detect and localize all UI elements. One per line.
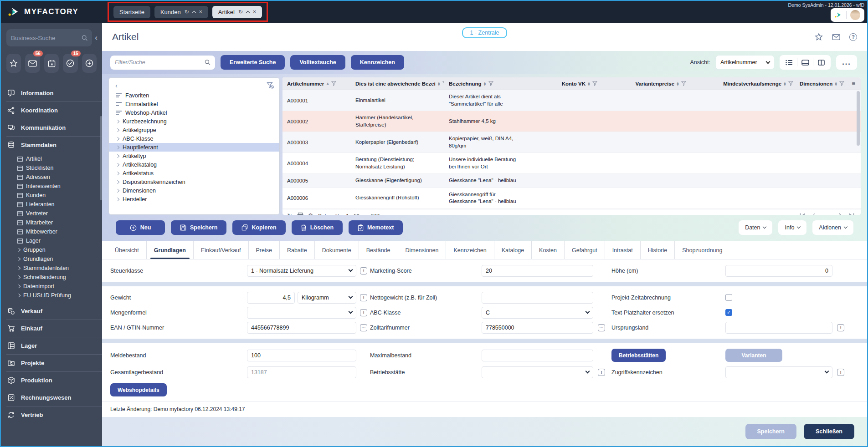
calendar-button[interactable]	[44, 54, 59, 73]
window-tab-kunden[interactable]: Kunden ↻ ×	[154, 6, 208, 18]
tab-gefahrgut[interactable]: Gefahrgut	[565, 241, 605, 259]
sort-icon[interactable]: ▲▼	[483, 81, 487, 86]
sidebar-item-lager[interactable]: Lager	[1, 337, 102, 354]
column-header-variantenpreise[interactable]: Variantenpreise▲▼	[599, 77, 688, 90]
sidebar-item-mitarbeiter[interactable]: Mitarbeiter	[1, 218, 102, 227]
mengenformel-select[interactable]	[247, 307, 356, 319]
sidebar-item-projekte[interactable]: Projekte	[1, 355, 102, 371]
business-search[interactable]	[6, 29, 92, 46]
info-icon[interactable]: !	[360, 309, 367, 316]
gewicht-einheit-select[interactable]: Kilogramm	[298, 292, 356, 304]
user-menu[interactable]	[831, 8, 864, 22]
sidebar-item-vertrieb[interactable]: Vertrieb	[1, 406, 102, 423]
sidebar-item-interessenten[interactable]: Interessenten	[1, 182, 102, 191]
refresh-icon[interactable]: ↻	[185, 9, 189, 15]
volltextsuche-button[interactable]: Volltextsuche	[290, 55, 345, 70]
table-row[interactable]: A000002 Hammer (Handelsartikel, Staffelp…	[282, 111, 861, 132]
more-options-button[interactable]: ...	[836, 55, 857, 70]
settings-gear-icon[interactable]: ⚙	[308, 212, 313, 215]
last-page-icon[interactable]	[848, 213, 854, 215]
sidebar-item-eu-ustid[interactable]: EU USt.ID Prüfung	[1, 291, 102, 300]
sidebar-item-information[interactable]: Information	[1, 85, 102, 102]
sidebar-item-koordination[interactable]: Koordination	[1, 102, 102, 119]
tab-intrastat[interactable]: Intrastat	[605, 241, 641, 259]
prev-page-icon[interactable]	[812, 213, 816, 215]
close-icon[interactable]: ×	[199, 9, 202, 15]
neu-button[interactable]: Neu	[116, 220, 165, 235]
sidebar-item-rechnungswesen[interactable]: Rechnungswesen	[1, 389, 102, 406]
column-header-bezeichnung[interactable]: Bezeichnung▲▼	[444, 77, 526, 90]
column-header-artikelnummer[interactable]: Artikelnummer▲	[282, 77, 351, 90]
refresh-icon[interactable]: ↻	[238, 9, 243, 15]
print-icon[interactable]	[297, 213, 303, 215]
tree-item-dimensionen[interactable]: Dimensionen	[109, 186, 279, 195]
tree-item-webshop-artikel[interactable]: Webshop-Artikel	[109, 108, 279, 117]
projekt-zeitabrechnung-checkbox[interactable]: ✓	[725, 294, 732, 301]
table-row[interactable]: A000003 Kopierpapier (Eigenbedarf) Kopie…	[282, 132, 861, 153]
site-badge[interactable]: 1 - Zentrale	[462, 27, 508, 38]
meldebestand-input[interactable]	[247, 350, 356, 361]
tab-uebersicht[interactable]: Übersicht	[108, 241, 147, 259]
tree-item-artikeltyp[interactable]: Artikeltyp	[109, 152, 279, 160]
table-row[interactable]: A000004 Beratung (Dienstleistung; Normal…	[282, 153, 861, 174]
tab-kataloge[interactable]: Kataloge	[494, 241, 532, 259]
info-icon[interactable]: !	[598, 369, 605, 376]
tab-kennzeichen[interactable]: Kennzeichen	[446, 241, 494, 259]
gesamtlagerbestand-input[interactable]	[247, 366, 356, 378]
tasks-button[interactable]: 15	[63, 54, 77, 73]
tree-item-favoriten[interactable]: Favoriten	[109, 91, 279, 100]
tab-einkauf-verkauf[interactable]: Einkauf/Verkauf	[194, 241, 249, 259]
mail-icon[interactable]	[832, 33, 840, 41]
window-tab-startseite[interactable]: Startseite	[113, 6, 150, 18]
memotext-button[interactable]: Memotext	[349, 220, 403, 235]
column-chooser-icon[interactable]: ≡	[852, 80, 859, 87]
tree-collapse-icon[interactable]: ‹	[115, 81, 118, 89]
sidebar-item-schnellaenderung[interactable]: Schnelländerung	[1, 273, 102, 282]
filter-search-input[interactable]	[115, 59, 205, 66]
tree-item-abc-klasse[interactable]: ABC-Klasse	[109, 134, 279, 143]
tab-dimensionen[interactable]: Dimensionen	[398, 241, 447, 259]
business-search-input[interactable]	[11, 35, 82, 41]
tab-kosten[interactable]: Kosten	[532, 241, 565, 259]
table-row[interactable]: A000006 Giesskannengriff (Rohstoff) Gies…	[282, 188, 861, 209]
column-header-mindestverkaufsmenge[interactable]: Mindestverkaufsmenge▲▼	[688, 77, 795, 90]
sidebar-item-stuecklisten[interactable]: Stücklisten	[1, 163, 102, 173]
tab-preise[interactable]: Preise	[249, 241, 280, 259]
filter-icon[interactable]	[592, 81, 597, 86]
sidebar-item-datenimport[interactable]: Datenimport	[1, 282, 102, 291]
collapse-icon[interactable]	[192, 10, 196, 14]
column-header-konto-vk[interactable]: Konto VK▲▼	[526, 77, 599, 90]
info-icon[interactable]: !	[837, 324, 844, 331]
lookup-icon[interactable]: ⋯	[360, 324, 367, 331]
ean-gtin-input[interactable]	[247, 322, 356, 334]
gewicht-input[interactable]	[247, 292, 295, 304]
mail-button[interactable]: 56	[25, 54, 40, 73]
sidebar-item-verkauf[interactable]: Verkauf	[1, 303, 102, 320]
first-page-icon[interactable]	[800, 213, 806, 215]
column-header-dimensionen[interactable]: Dimensionen▲▼≡	[795, 77, 861, 90]
tab-grundlagen[interactable]: Grundlagen	[147, 241, 194, 259]
favorite-star-icon[interactable]	[815, 33, 823, 41]
sidebar-item-adressen[interactable]: Adressen	[1, 173, 102, 182]
help-icon[interactable]: ?	[849, 33, 857, 41]
info-icon[interactable]: !	[837, 369, 844, 376]
tree-item-dispositionskennzeichen[interactable]: Dispositionskennzeichen	[109, 178, 279, 186]
sidebar-item-stammdaten[interactable]: Stammdaten	[1, 137, 102, 153]
user-avatar[interactable]	[850, 10, 860, 20]
tree-item-artikelgruppe[interactable]: Artikelgruppe	[109, 126, 279, 134]
favorites-button[interactable]	[6, 54, 21, 73]
kennzeichen-button[interactable]: Kennzeichen	[351, 55, 404, 70]
table-row[interactable]: A000001 Einmalartikel Dieser Artikel die…	[282, 90, 861, 111]
sidebar-item-lager-sub[interactable]: Lager	[1, 236, 102, 245]
sidebar-item-grundlagen[interactable]: Grundlagen	[1, 254, 102, 264]
sidebar-item-artikel[interactable]: Artikel	[1, 154, 102, 163]
ursprungsland-input[interactable]	[725, 322, 832, 334]
refresh-icon[interactable]: ↻	[287, 212, 293, 215]
daten-menu-button[interactable]: Daten	[739, 220, 772, 235]
tab-dokumente[interactable]: Dokumente	[315, 241, 359, 259]
filter-search[interactable]	[110, 56, 215, 70]
filter-icon[interactable]	[788, 81, 793, 86]
lookup-icon[interactable]: ⋯	[598, 324, 605, 331]
sidebar-collapse-icon[interactable]: ‹	[95, 33, 98, 42]
list-view-button[interactable]	[781, 56, 797, 68]
